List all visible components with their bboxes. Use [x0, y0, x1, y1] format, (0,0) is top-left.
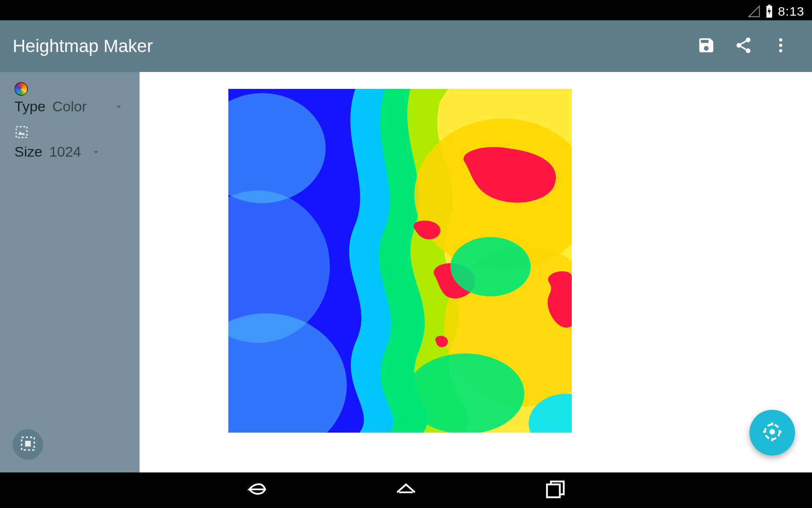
size-label: Size — [14, 144, 42, 160]
android-nav-bar — [0, 472, 812, 508]
heightmap-preview — [228, 89, 572, 433]
save-button[interactable] — [688, 28, 725, 65]
canvas-area — [140, 72, 812, 472]
content-area: Type Color Size 1024 — [0, 72, 812, 472]
home-icon — [394, 478, 418, 503]
svg-point-18 — [406, 353, 524, 433]
nav-home-button[interactable] — [391, 475, 421, 505]
svg-rect-1 — [768, 5, 770, 6]
type-value: Color — [52, 98, 87, 115]
overflow-menu-button[interactable] — [762, 28, 799, 65]
svg-rect-22 — [547, 484, 560, 497]
sidebar-type-row[interactable]: Type Color — [14, 82, 134, 115]
svg-rect-10 — [25, 441, 30, 446]
size-value: 1024 — [49, 144, 81, 160]
svg-rect-8 — [16, 127, 27, 138]
color-wheel-icon — [14, 82, 134, 96]
status-clock: 8:13 — [778, 4, 804, 19]
svg-point-5 — [779, 39, 782, 41]
nav-back-button[interactable] — [242, 475, 272, 505]
regenerate-icon — [761, 421, 783, 444]
image-crop-icon — [14, 125, 134, 141]
bezel-top — [0, 0, 812, 20]
recents-icon — [543, 478, 567, 503]
regenerate-button[interactable] — [749, 410, 795, 456]
signal-empty-icon — [748, 5, 760, 18]
chevron-down-icon — [114, 98, 123, 115]
back-icon — [245, 478, 269, 503]
action-bar: Heightmap Maker — [0, 20, 812, 72]
save-icon — [697, 36, 716, 56]
svg-point-3 — [737, 43, 741, 48]
overflow-menu-icon — [771, 36, 790, 56]
share-button[interactable] — [725, 28, 762, 65]
select-all-button[interactable] — [13, 429, 43, 460]
battery-charging-icon — [765, 5, 773, 18]
select-all-icon — [19, 435, 36, 454]
nav-recents-button[interactable] — [540, 475, 570, 505]
svg-point-2 — [746, 38, 751, 42]
app-title: Heightmap Maker — [13, 36, 153, 56]
svg-point-4 — [746, 48, 751, 53]
svg-point-17 — [450, 237, 531, 296]
svg-point-6 — [779, 44, 782, 47]
sidebar: Type Color Size 1024 — [0, 72, 140, 472]
chevron-down-icon — [91, 144, 101, 160]
sidebar-size-row[interactable]: Size 1024 — [14, 125, 134, 160]
type-label: Type — [14, 98, 46, 115]
svg-point-7 — [779, 49, 782, 52]
status-bar: 8:13 — [748, 0, 812, 20]
svg-point-20 — [770, 429, 775, 435]
share-icon — [734, 36, 753, 56]
